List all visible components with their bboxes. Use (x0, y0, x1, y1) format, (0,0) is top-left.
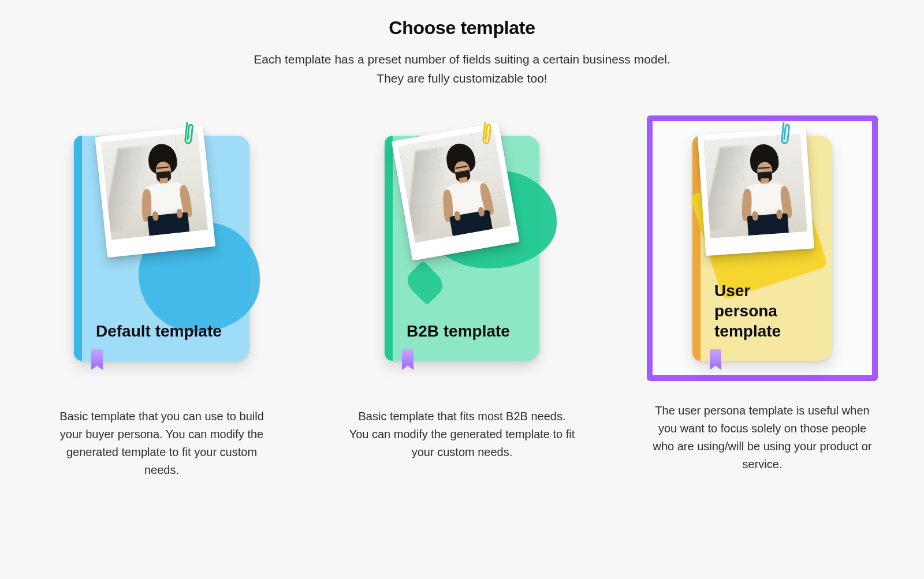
page-subtitle: Each template has a preset number of fie… (254, 50, 670, 88)
persona-photo (703, 133, 807, 238)
book-spine (385, 136, 393, 361)
template-col-default: Default template Basic template that you… (46, 115, 277, 479)
template-card-description: The user persona template is useful when… (647, 402, 878, 473)
template-card-title: Default template (96, 321, 232, 341)
persona-photo-polaroid (698, 128, 814, 256)
template-card-description: Basic template that fits most B2B needs.… (346, 408, 578, 461)
template-book-default: Default template (74, 136, 249, 361)
persona-photo-polaroid (95, 126, 215, 258)
template-card-default[interactable]: Default template (46, 115, 277, 381)
book-spine (74, 136, 82, 361)
template-card-description: Basic template that you can use to build… (46, 408, 277, 479)
book-blob-shape (403, 260, 448, 305)
template-col-b2b: B2B template Basic template that fits mo… (346, 115, 578, 479)
template-cards-row: Default template Basic template that you… (12, 115, 912, 479)
template-card-title: User persona template (714, 281, 815, 341)
page-subtitle-line1: Each template has a preset number of fie… (254, 53, 670, 66)
template-col-user-persona: User persona template The user persona t… (647, 115, 878, 479)
template-card-title: B2B template (407, 321, 522, 341)
template-book-b2b: B2B template (385, 136, 539, 361)
template-card-user-persona[interactable]: User persona template (647, 115, 878, 381)
persona-photo (398, 129, 511, 243)
bookmark-icon (91, 349, 103, 370)
template-picker-page: Choose template Each template has a pres… (0, 0, 924, 579)
template-card-b2b[interactable]: B2B template (346, 115, 578, 381)
page-subtitle-line2: They are fully customizable too! (377, 72, 547, 85)
bookmark-icon (710, 349, 721, 370)
template-book-user-persona: User persona template (692, 136, 832, 361)
bookmark-icon (402, 349, 413, 370)
page-title: Choose template (389, 17, 535, 39)
persona-photo-polaroid (392, 122, 520, 260)
